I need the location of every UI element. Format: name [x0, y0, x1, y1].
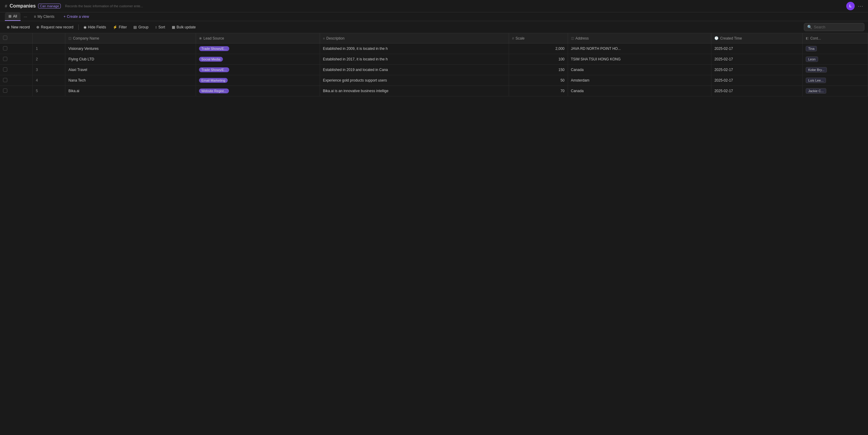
row-scale: 150	[509, 65, 568, 75]
manage-badge[interactable]: Can manage	[38, 4, 61, 8]
col-header-company[interactable]: ◫ Company Name	[65, 33, 196, 43]
col-scale-label: Scale	[515, 36, 524, 40]
row-company[interactable]: Alaxi Travel	[65, 65, 196, 75]
tab-all-label: All	[13, 14, 17, 19]
tab-more-icon[interactable]: ···	[22, 13, 29, 20]
row-company[interactable]: Flying Club LTD	[65, 54, 196, 65]
row-checkbox[interactable]	[3, 67, 7, 72]
row-address: TSIM SHA TSUI HONG KONG	[568, 54, 711, 65]
header-title: # Companies Can manage	[5, 3, 61, 9]
row-contact[interactable]: Leon	[803, 54, 868, 65]
company-col-icon: ◫	[68, 36, 71, 40]
table-row[interactable]: 2 Flying Club LTD Social Media Establish…	[0, 54, 868, 65]
request-new-record-button[interactable]: ⊕ Request new record	[33, 24, 76, 31]
row-checkbox[interactable]	[3, 78, 7, 82]
sort-icon: ↕	[155, 25, 157, 29]
avatar[interactable]: L	[846, 2, 855, 10]
bulk-icon: ▦	[172, 25, 175, 29]
row-contact[interactable]: Tina	[803, 43, 868, 54]
search-icon: 🔍	[807, 25, 812, 29]
row-created: 2025-02-17	[711, 86, 803, 96]
plus-icon: +	[63, 14, 66, 19]
table-row[interactable]: 4 Nana Tech Email Marketing Experience g…	[0, 75, 868, 86]
data-table: ◫ Company Name ◉ Lead Source ≡ Descripti…	[0, 33, 868, 96]
col-header-contact[interactable]: ◧ Cont...	[803, 33, 868, 43]
col-lead-label: Lead Source	[204, 36, 224, 40]
select-all-checkbox[interactable]	[3, 36, 7, 40]
row-description: Established in 2009, it is located in th…	[320, 43, 509, 54]
row-company[interactable]: Nana Tech	[65, 75, 196, 86]
row-lead-source[interactable]: Trade Shows/E...	[196, 43, 320, 54]
row-checkbox-cell[interactable]	[0, 54, 33, 65]
filter-button[interactable]: ⚡ Filter	[110, 24, 130, 31]
row-created: 2025-02-17	[711, 65, 803, 75]
search-box[interactable]: 🔍	[804, 23, 864, 31]
row-description: Established in 2017, it is located in th…	[320, 54, 509, 65]
col-header-desc[interactable]: ≡ Description	[320, 33, 509, 43]
row-contact[interactable]: Jackie C...	[803, 86, 868, 96]
toolbar: ⊕ New record ⊕ Request new record ◉ Hide…	[0, 21, 868, 33]
bulk-label: Bulk update	[177, 25, 196, 29]
col-header-checkbox[interactable]	[0, 33, 33, 43]
hide-icon: ◉	[84, 25, 87, 29]
row-checkbox[interactable]	[3, 57, 7, 61]
group-button[interactable]: ▤ Group	[130, 24, 151, 31]
row-checkbox-cell[interactable]	[0, 75, 33, 86]
row-checkbox-cell[interactable]	[0, 86, 33, 96]
new-record-icon: ⊕	[7, 25, 10, 29]
search-input[interactable]	[814, 25, 856, 29]
page-title: Companies	[10, 3, 36, 9]
row-lead-source[interactable]: Email Marketing	[196, 75, 320, 86]
col-address-label: Address	[576, 36, 589, 40]
tab-my-clients-label: My Clients	[37, 14, 55, 19]
created-col-icon: 🕐	[714, 36, 719, 40]
lead-col-icon: ◉	[199, 36, 202, 40]
new-record-label: New record	[11, 25, 30, 29]
tab-my-clients[interactable]: ≡ My Clients	[30, 13, 58, 21]
col-created-label: Created Time	[720, 36, 742, 40]
header: # Companies Can manage Records the basic…	[0, 0, 868, 12]
sort-label: Sort	[158, 25, 165, 29]
hide-fields-button[interactable]: ◉ Hide Fields	[81, 24, 109, 31]
table-row[interactable]: 3 Alaxi Travel Trade Shows/E... Establis…	[0, 65, 868, 75]
col-header-address[interactable]: ◫ Address	[568, 33, 711, 43]
row-num: 2	[33, 54, 65, 65]
col-header-scale[interactable]: # Scale	[509, 33, 568, 43]
row-created: 2025-02-17	[711, 54, 803, 65]
row-company[interactable]: Bika.ai	[65, 86, 196, 96]
bulk-update-button[interactable]: ▦ Bulk update	[169, 24, 199, 31]
row-contact[interactable]: Kobe Bry...	[803, 65, 868, 75]
new-record-button[interactable]: ⊕ New record	[4, 24, 33, 31]
more-options-icon[interactable]: ⋯	[858, 3, 863, 9]
table-row[interactable]: 1 Visionary Ventures Trade Shows/E... Es…	[0, 43, 868, 54]
col-header-lead[interactable]: ◉ Lead Source	[196, 33, 320, 43]
request-label: Request new record	[41, 25, 73, 29]
row-checkbox[interactable]	[3, 89, 7, 93]
row-checkbox-cell[interactable]	[0, 43, 33, 54]
row-num: 1	[33, 43, 65, 54]
row-lead-source[interactable]: Trade Shows/E...	[196, 65, 320, 75]
tab-all[interactable]: ⊞ All	[5, 12, 21, 21]
create-view-btn[interactable]: + Create a view	[61, 13, 92, 20]
filter-icon: ⚡	[113, 25, 117, 29]
row-checkbox-cell[interactable]	[0, 65, 33, 75]
row-company[interactable]: Visionary Ventures	[65, 43, 196, 54]
create-view-label: Create a view	[67, 14, 89, 19]
row-created: 2025-02-17	[711, 75, 803, 86]
row-description: Bika.ai is an innovative business intell…	[320, 86, 509, 96]
table-header-row: ◫ Company Name ◉ Lead Source ≡ Descripti…	[0, 33, 868, 43]
request-icon: ⊕	[36, 25, 39, 29]
row-lead-source[interactable]: Social Media	[196, 54, 320, 65]
sort-button[interactable]: ↕ Sort	[152, 24, 168, 31]
col-header-created[interactable]: 🕐 Created Time	[711, 33, 803, 43]
row-num: 5	[33, 86, 65, 96]
row-checkbox[interactable]	[3, 46, 7, 51]
row-address: Canada	[568, 86, 711, 96]
group-label: Group	[138, 25, 148, 29]
subtitle: Records the basic information of the cus…	[65, 4, 143, 8]
row-contact[interactable]: Luis Lee...	[803, 75, 868, 86]
row-description: Experience gold products support users	[320, 75, 509, 86]
row-lead-source[interactable]: Website Regist...	[196, 86, 320, 96]
row-address: Amsterdam	[568, 75, 711, 86]
table-row[interactable]: 5 Bika.ai Website Regist... Bika.ai is a…	[0, 86, 868, 96]
